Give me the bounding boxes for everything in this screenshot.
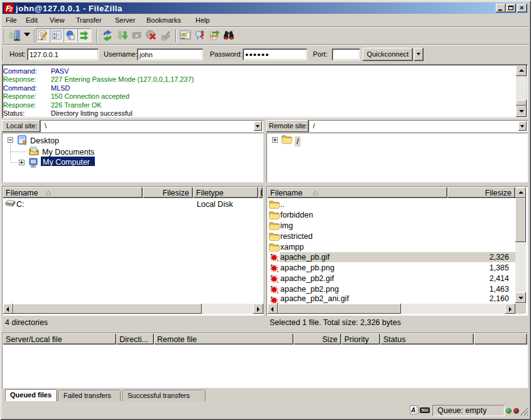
svg-text:x: x — [135, 33, 138, 38]
